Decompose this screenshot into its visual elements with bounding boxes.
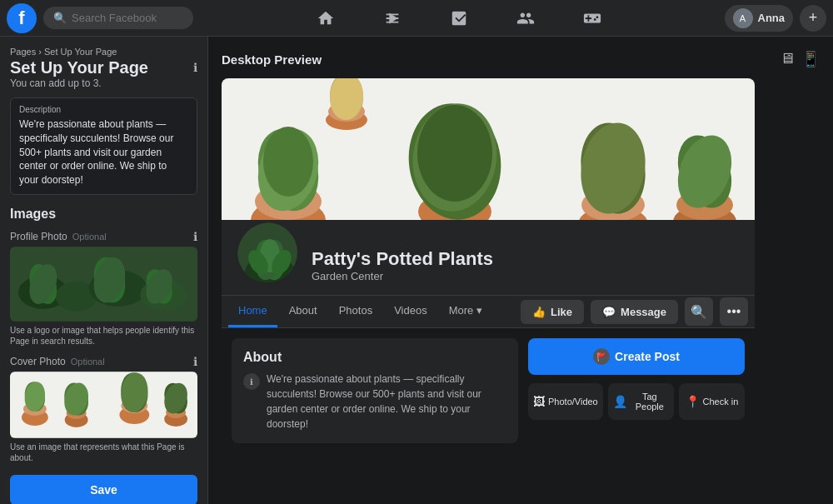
create-post-button[interactable]: 🚩 Create Post	[528, 338, 745, 375]
page-body: About ℹ We're passionate about plants — …	[222, 328, 755, 453]
profile-photo-label: Profile Photo Optional ℹ	[10, 230, 197, 243]
create-post-section: 🚩 Create Post 🖼 Photo/Video 👤 Tag People	[528, 338, 745, 443]
message-button[interactable]: 💬 Message	[591, 300, 678, 324]
page-info-row: Patty's Potted Plants Garden Center	[222, 220, 755, 295]
avatar: A	[733, 8, 753, 28]
page-category: Garden Center	[312, 270, 493, 282]
info-circle-icon: ℹ	[250, 377, 253, 387]
nav-home[interactable]	[292, 0, 359, 37]
profile-photo-caption: Use a logo or image that helps people id…	[10, 325, 197, 347]
user-name-label: Anna	[758, 12, 786, 24]
page-nav-actions: 👍 Like 💬 Message 🔍 •••	[521, 297, 748, 326]
about-info-icon: ℹ	[243, 373, 260, 390]
nav-gaming[interactable]	[559, 0, 626, 37]
nav-right: A Anna +	[725, 5, 827, 32]
nav-marketplace[interactable]	[426, 0, 492, 37]
nav-watch[interactable]	[359, 0, 426, 37]
top-nav: f 🔍 A Anna +	[0, 0, 833, 37]
search-bar[interactable]: 🔍	[43, 7, 193, 29]
nav-friends[interactable]	[492, 0, 559, 37]
cover-photo-thumb[interactable]	[10, 372, 197, 438]
page-title: Set Up Your Page	[10, 58, 148, 77]
preview-header: Desktop Preview 🖥 📱	[222, 50, 820, 68]
page-preview-card: Patty's Potted Plants Garden Center Home…	[222, 78, 755, 453]
search-icon: 🔍	[53, 12, 67, 24]
check-in-button[interactable]: 📍 Check in	[679, 383, 745, 420]
right-panel: Desktop Preview 🖥 📱	[208, 37, 833, 504]
page-nav: Home About Photos Videos More ▾ 👍 Like 💬…	[222, 295, 755, 328]
photo-icon: 🖼	[533, 395, 545, 408]
search-button-small[interactable]: 🔍	[685, 297, 713, 326]
profile-photo-section: Profile Photo Optional ℹ	[10, 230, 197, 347]
about-description: We're passionate about plants — specific…	[267, 372, 506, 432]
flag-icon: 🚩	[593, 348, 610, 365]
cover-photo-info-icon[interactable]: ℹ	[193, 355, 197, 368]
profile-photo-info-icon[interactable]: ℹ	[193, 230, 197, 243]
user-chip[interactable]: A Anna	[725, 5, 794, 32]
facebook-logo[interactable]: f	[7, 3, 37, 33]
nav-item-home[interactable]: Home	[228, 296, 277, 327]
about-info-row: ℹ We're passionate about plants — specif…	[243, 372, 506, 432]
breadcrumb: Pages › Set Up Your Page	[10, 47, 197, 57]
save-button[interactable]: Save	[10, 475, 197, 504]
description-box[interactable]: Description We're passionate about plant…	[10, 97, 197, 195]
images-section-title: Images	[10, 207, 197, 222]
nav-center	[193, 0, 725, 37]
cover-photo-caption: Use an image that represents what this P…	[10, 442, 197, 463]
about-section: About ℹ We're passionate about plants — …	[232, 338, 518, 443]
description-label: Description	[19, 105, 188, 114]
subtitle: You can add up to 3.	[10, 77, 197, 89]
cover-photo-section: Cover Photo Optional ℹ	[10, 355, 197, 463]
left-panel: Pages › Set Up Your Page Set Up Your Pag…	[0, 37, 208, 504]
svg-point-33	[263, 127, 313, 197]
photo-video-button[interactable]: 🖼 Photo/Video	[528, 383, 603, 420]
more-options-button[interactable]: •••	[720, 297, 748, 326]
page-name-area: Patty's Potted Plants Garden Center	[312, 248, 493, 282]
preview-icons: 🖥 📱	[780, 50, 820, 68]
desktop-icon[interactable]: 🖥	[780, 50, 795, 68]
search-input[interactable]	[72, 12, 180, 24]
thumbs-up-icon: 👍	[532, 306, 546, 318]
profile-circle	[235, 220, 300, 285]
nav-item-about[interactable]: About	[279, 296, 327, 327]
tag-people-button[interactable]: 👤 Tag People	[608, 383, 674, 420]
nav-item-more[interactable]: More ▾	[439, 296, 492, 327]
preview-title: Desktop Preview	[222, 52, 322, 67]
main-layout: Pages › Set Up Your Page Set Up Your Pag…	[0, 37, 833, 504]
location-icon: 📍	[686, 395, 700, 408]
tag-icon: 👤	[613, 395, 627, 408]
info-icon[interactable]: ℹ	[193, 61, 197, 74]
profile-photo-thumb[interactable]	[10, 247, 197, 322]
post-actions: 🖼 Photo/Video 👤 Tag People 📍 Check in	[528, 383, 745, 420]
nav-item-photos[interactable]: Photos	[329, 296, 382, 327]
like-button[interactable]: 👍 Like	[521, 300, 584, 324]
message-icon: 💬	[602, 306, 616, 318]
cover-photo-label: Cover Photo Optional ℹ	[10, 355, 197, 368]
svg-point-38	[417, 105, 492, 202]
add-button[interactable]: +	[800, 5, 826, 32]
page-name: Patty's Potted Plants	[312, 248, 493, 270]
nav-item-videos[interactable]: Videos	[384, 296, 437, 327]
mobile-icon[interactable]: 📱	[801, 50, 820, 68]
description-text: We're passionate about plants — specific…	[19, 117, 188, 187]
about-section-title: About	[243, 350, 506, 365]
